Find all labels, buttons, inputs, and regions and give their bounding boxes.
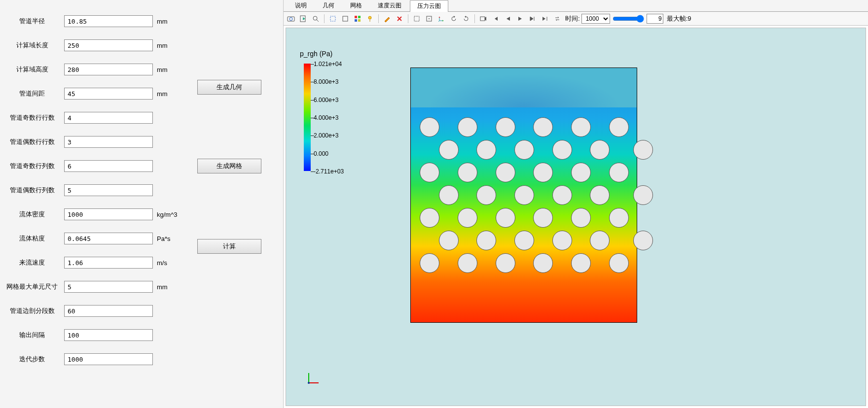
param-label: 计算域高度 [0, 65, 64, 74]
prev-frame-icon[interactable] [503, 13, 513, 24]
param-input[interactable] [64, 184, 153, 196]
pipe [533, 208, 553, 228]
param-row: 网格最大单元尺寸mm [0, 279, 283, 294]
pipe [496, 117, 515, 137]
zoom-icon[interactable] [310, 13, 321, 24]
pipe-half [633, 185, 653, 205]
camera-icon[interactable] [286, 13, 296, 24]
pipe [439, 231, 459, 250]
pipe [590, 140, 610, 160]
first-frame-icon[interactable] [490, 13, 501, 24]
frame-slider[interactable] [613, 15, 644, 23]
param-input[interactable] [64, 329, 153, 341]
param-input[interactable] [64, 15, 153, 27]
pipe [514, 231, 534, 250]
legend-bar [304, 64, 311, 171]
tab-2[interactable]: 网格 [343, 0, 369, 11]
param-input[interactable] [64, 281, 153, 293]
crosshair-icon[interactable] [424, 13, 434, 24]
param-row: 计算域长度mm [0, 38, 283, 53]
rotate-ccw-icon[interactable] [448, 13, 459, 24]
svg-point-3 [313, 16, 317, 20]
calculate-button[interactable]: 计算 [197, 239, 261, 254]
tab-1[interactable]: 几何 [315, 0, 342, 11]
tab-0[interactable]: 说明 [288, 0, 314, 11]
svg-rect-13 [414, 16, 419, 21]
param-unit: m/s [153, 259, 180, 267]
param-row: 迭代步数 [0, 352, 283, 367]
tab-3[interactable]: 速度云图 [370, 0, 409, 11]
pipe [420, 253, 439, 273]
box-select-icon[interactable] [327, 13, 338, 24]
param-row: 来流速度m/s [0, 255, 283, 270]
param-input[interactable] [64, 136, 153, 148]
cube-icon[interactable] [340, 13, 351, 24]
brush-icon[interactable] [382, 13, 393, 24]
pipe [496, 208, 515, 228]
param-input[interactable] [64, 112, 153, 124]
palette-icon[interactable] [352, 13, 363, 24]
param-label: 流体密度 [0, 210, 64, 219]
tab-4[interactable]: 压力云图 [410, 0, 448, 12]
param-input[interactable] [64, 39, 153, 51]
pipe [458, 253, 477, 273]
param-label: 迭代步数 [0, 355, 64, 364]
svg-rect-7 [355, 16, 357, 18]
max-frame-label: 最大帧:9 [667, 14, 691, 23]
pipe [458, 117, 477, 137]
parameter-panel: 管道半径mm计算域长度mm计算域高度mm管道间距mm管道奇数行行数管道偶数行行数… [0, 0, 284, 408]
param-unit: mm [153, 66, 180, 73]
svg-rect-10 [358, 19, 361, 22]
separator [408, 14, 408, 23]
svg-point-11 [368, 16, 371, 19]
last-frame-icon[interactable] [540, 13, 550, 24]
param-unit: mm [153, 283, 180, 291]
param-input[interactable] [64, 305, 153, 317]
loop-icon[interactable] [552, 13, 563, 24]
param-label: 管道偶数行列数 [0, 186, 64, 195]
viewer-toolbar: 时间: 1000 最大帧:9 [284, 12, 868, 26]
param-row: 流体密度kg/m^3 [0, 207, 283, 222]
param-input[interactable] [64, 88, 153, 100]
next-frame-icon[interactable] [527, 13, 538, 24]
param-input[interactable] [64, 64, 153, 75]
param-unit: mm [153, 42, 180, 49]
pipe [439, 140, 459, 160]
param-input[interactable] [64, 353, 153, 365]
axes-icon[interactable] [436, 13, 447, 24]
pipe [476, 140, 496, 160]
pipe [552, 185, 572, 205]
marquee-icon[interactable] [411, 13, 422, 24]
param-label: 流体粘度 [0, 234, 64, 243]
pipe [420, 163, 439, 182]
pipe [590, 185, 610, 205]
pipe [533, 163, 553, 182]
legend-tick: 6.000e+3 [314, 97, 338, 103]
generate-geometry-button[interactable]: 生成几何 [197, 80, 261, 95]
param-input[interactable] [64, 233, 153, 244]
pipe [571, 208, 591, 228]
pipe-half [633, 231, 653, 250]
time-select[interactable]: 1000 [581, 14, 610, 24]
param-input[interactable] [64, 160, 153, 172]
light-icon[interactable] [364, 13, 375, 24]
pipe [609, 117, 629, 137]
delete-icon[interactable] [394, 13, 405, 24]
record-icon[interactable] [478, 13, 489, 24]
generate-mesh-button[interactable]: 生成网格 [197, 159, 261, 173]
separator [474, 14, 475, 23]
rotate-cw-icon[interactable] [461, 13, 471, 24]
render-viewport[interactable]: p_rgh (Pa) 1.021e+048.000e+36.000e+34.00… [286, 28, 866, 406]
pipe [458, 163, 477, 182]
pipe [552, 231, 572, 250]
legend-tick: 4.000e+3 [314, 114, 338, 121]
param-input[interactable] [64, 208, 153, 220]
play-icon[interactable] [515, 13, 526, 24]
param-row: 管道偶数行行数 [0, 135, 283, 149]
param-input[interactable] [64, 257, 153, 269]
export-icon[interactable] [298, 13, 309, 24]
pipe [533, 117, 553, 137]
svg-point-20 [308, 382, 310, 384]
pipe [571, 253, 591, 273]
frame-input[interactable] [647, 14, 663, 24]
